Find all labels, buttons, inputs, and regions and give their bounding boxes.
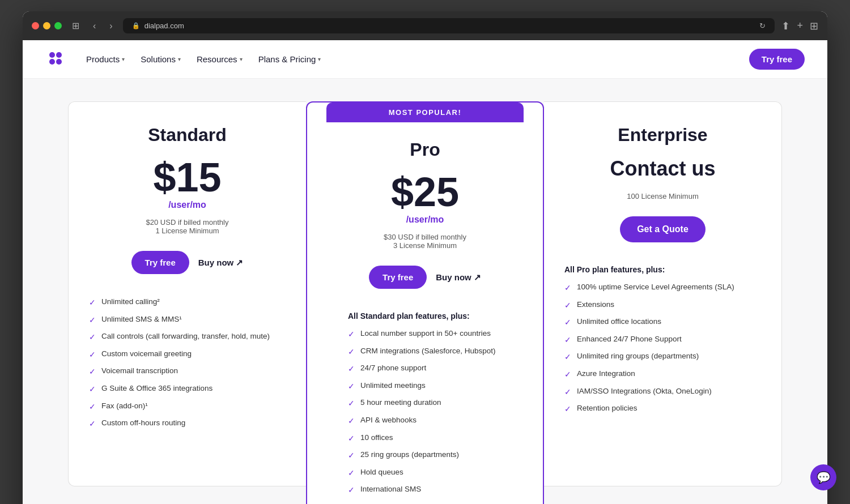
check-icon: ✓: [348, 329, 355, 340]
list-item: ✓Custom off-hours routing: [89, 418, 286, 430]
list-item: ✓Custom voicemail greeting: [89, 349, 286, 361]
list-item: ✓Unlimited office locations: [564, 317, 761, 328]
new-tab-button[interactable]: +: [797, 20, 803, 32]
resources-chevron-icon: ▾: [240, 56, 243, 62]
forward-button[interactable]: ›: [106, 20, 116, 32]
pro-plan-period: /user/mo: [348, 215, 502, 225]
page: Products ▾ Solutions ▾ Resources ▾ Plans…: [23, 40, 827, 504]
minimize-button[interactable]: [43, 22, 50, 29]
check-icon: ✓: [348, 347, 355, 358]
nav-products[interactable]: Products ▾: [86, 54, 125, 64]
products-chevron-icon: ▾: [122, 56, 125, 62]
dialpad-logo-icon: [45, 49, 66, 70]
pro-try-free-button[interactable]: Try free: [369, 266, 427, 289]
check-icon: ✓: [89, 418, 96, 430]
list-item: ✓10 offices: [348, 433, 502, 445]
check-icon: ✓: [89, 332, 96, 343]
list-item: ✓IAM/SSO Integrations (Okta, OneLogin): [564, 386, 761, 398]
list-item: ✓100% uptime Service Level Agreements (S…: [564, 282, 761, 294]
nav-resources[interactable]: Resources ▾: [197, 54, 243, 64]
enterprise-plan-name: Enterprise: [564, 125, 761, 146]
standard-plan-period: /user/mo: [89, 200, 286, 210]
fullscreen-button[interactable]: [54, 22, 62, 29]
check-icon: ✓: [348, 381, 355, 392]
enterprise-license-note: 100 License Minimum: [564, 192, 761, 200]
pro-plan-actions: Try free Buy now ↗: [348, 266, 502, 289]
reload-icon: ↻: [759, 22, 766, 30]
check-icon: ✓: [348, 364, 355, 375]
list-item: ✓Unlimited ring groups (departments): [564, 351, 761, 363]
list-item: ✓Hold queues: [348, 467, 502, 479]
check-icon: ✓: [348, 433, 355, 445]
svg-point-0: [49, 52, 55, 58]
list-item: ✓24/7 phone support: [348, 363, 502, 375]
list-item: ✓Extensions: [564, 300, 761, 311]
nav-solutions[interactable]: Solutions ▾: [141, 54, 181, 64]
back-button[interactable]: ‹: [90, 20, 99, 32]
list-item: ✓Voicemail transcription: [89, 366, 286, 378]
list-item: ✓Unlimited meetings: [348, 381, 502, 392]
standard-plan-price: $15: [89, 157, 286, 198]
check-icon: ✓: [564, 300, 571, 311]
check-icon: ✓: [564, 335, 571, 346]
list-item: ✓Retention policies: [564, 403, 761, 415]
svg-point-1: [56, 52, 62, 58]
plans-container: Standard $15 /user/mo $20 USD if billed …: [23, 79, 827, 504]
svg-point-3: [56, 59, 62, 65]
svg-point-2: [49, 59, 55, 65]
standard-buy-now-button[interactable]: Buy now ↗: [198, 258, 244, 268]
check-icon: ✓: [564, 283, 571, 294]
share-button[interactable]: ⬆: [781, 20, 790, 32]
check-icon: ✓: [564, 369, 571, 381]
check-icon: ✓: [348, 398, 355, 409]
standard-billing-note: $20 USD if billed monthly 1 License Mini…: [89, 218, 286, 235]
list-item: ✓API & webhooks: [348, 415, 502, 427]
list-item: ✓Enhanced 24/7 Phone Support: [564, 334, 761, 346]
list-item: ✓International SMS: [348, 484, 502, 496]
pro-content: Pro $25 /user/mo $30 USD if billed month…: [328, 122, 522, 504]
list-item: ✓Unlimited SMS & MMS¹: [89, 314, 286, 326]
check-icon: ✓: [348, 450, 355, 462]
list-item: ✓Azure Integration: [564, 369, 761, 381]
logo[interactable]: [45, 49, 66, 70]
chat-icon: 💬: [817, 471, 828, 484]
standard-plan-card: Standard $15 /user/mo $20 USD if billed …: [68, 101, 306, 486]
list-item: ✓Zapier, Zendesk, Slack integrations and…: [348, 502, 502, 504]
nav-pricing[interactable]: Plans & Pricing ▾: [258, 54, 321, 64]
pro-features-list: ✓Local number support in 50+ countries ✓…: [348, 328, 502, 504]
nav-try-free-button[interactable]: Try free: [749, 49, 805, 70]
enterprise-plan-actions: Get a Quote: [564, 216, 761, 242]
nav-links: Products ▾ Solutions ▾ Resources ▾ Plans…: [86, 54, 321, 64]
close-button[interactable]: [32, 22, 39, 29]
enterprise-features-list: ✓100% uptime Service Level Agreements (S…: [564, 282, 761, 415]
navbar: Products ▾ Solutions ▾ Resources ▾ Plans…: [23, 40, 827, 79]
browser-chrome: ⊞ ‹ › 🔒 dialpad.com ↻ ⬆ + ⊞: [23, 11, 827, 40]
enterprise-get-quote-button[interactable]: Get a Quote: [620, 216, 706, 242]
list-item: ✓Local number support in 50+ countries: [348, 328, 502, 340]
pro-plan-price: $25: [348, 172, 502, 212]
check-icon: ✓: [89, 402, 96, 413]
check-icon: ✓: [564, 404, 571, 415]
check-icon: ✓: [89, 349, 96, 361]
enterprise-contact-label: Contact us: [564, 157, 761, 181]
list-item: ✓5 hour meeting duration: [348, 398, 502, 409]
pricing-chevron-icon: ▾: [318, 56, 321, 62]
check-icon: ✓: [89, 366, 96, 378]
solutions-chevron-icon: ▾: [178, 56, 181, 62]
check-icon: ✓: [89, 384, 96, 395]
browser-actions: ⬆ + ⊞: [781, 20, 818, 32]
check-icon: ✓: [564, 317, 571, 328]
list-item: ✓Fax (add-on)¹: [89, 401, 286, 413]
address-bar[interactable]: 🔒 dialpad.com ↻: [123, 18, 775, 33]
extensions-button[interactable]: ⊞: [810, 20, 818, 32]
nav-left: Products ▾ Solutions ▾ Resources ▾ Plans…: [45, 49, 321, 70]
browser-window: ⊞ ‹ › 🔒 dialpad.com ↻ ⬆ + ⊞: [23, 11, 827, 504]
standard-try-free-button[interactable]: Try free: [131, 251, 189, 274]
check-icon: ✓: [564, 352, 571, 363]
sidebar-toggle[interactable]: ⊞: [69, 19, 83, 32]
pro-buy-now-button[interactable]: Buy now ↗: [436, 272, 481, 283]
url-text: dialpad.com: [144, 22, 184, 30]
list-item: ✓CRM integrations (Salesforce, Hubspot): [348, 346, 502, 358]
check-icon: ✓: [348, 485, 355, 496]
check-icon: ✓: [348, 468, 355, 479]
